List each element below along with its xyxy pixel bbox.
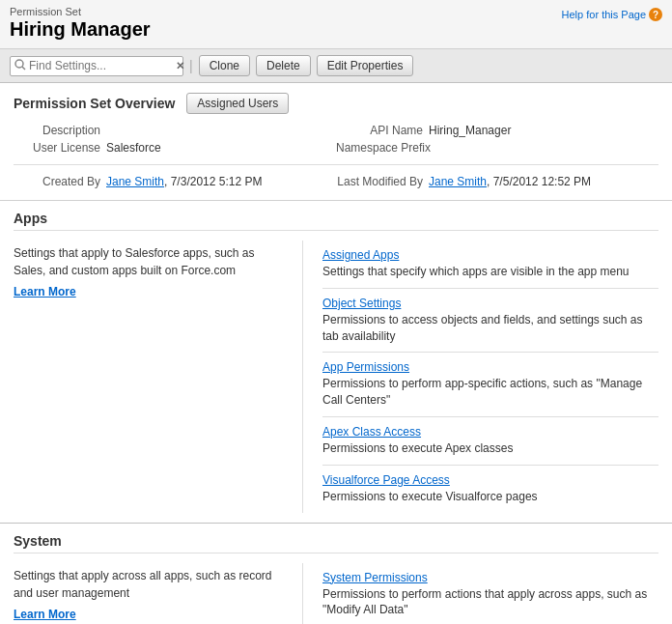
apps-link-title[interactable]: Apex Class Access bbox=[322, 425, 658, 439]
system-link-item: System Permissions Permissions to perfor… bbox=[322, 563, 658, 624]
apps-link-item: Assigned Apps Settings that specify whic… bbox=[322, 241, 658, 289]
overview-lastmodified-row: Last Modified By Jane Smith, 7/5/2012 12… bbox=[336, 175, 658, 188]
overview-divider bbox=[14, 164, 658, 165]
toolbar: ✕ | Clone Delete Edit Properties bbox=[0, 49, 672, 83]
page-header: Permission Set Hiring Manager Help for t… bbox=[0, 0, 672, 49]
apps-left-text: Settings that apply to Salesforce apps, … bbox=[14, 244, 283, 279]
apps-link-desc: Permissions to execute Visualforce pages bbox=[322, 489, 658, 505]
overview-createdby-row: Created By Jane Smith, 7/3/2012 5:12 PM bbox=[14, 175, 336, 188]
apps-link-item: Apex Class Access Permissions to execute… bbox=[322, 417, 658, 466]
search-input[interactable] bbox=[29, 59, 174, 72]
system-link-desc: Permissions to perform actions that appl… bbox=[322, 586, 658, 619]
overview-section: Permission Set Overview Assigned Users D… bbox=[0, 83, 672, 201]
search-wrapper: ✕ bbox=[10, 56, 183, 76]
lastmodified-label: Last Modified By bbox=[336, 175, 423, 188]
apps-link-desc: Permissions to execute Apex classes bbox=[322, 440, 658, 457]
apps-link-item: Object Settings Permissions to access ob… bbox=[322, 289, 658, 354]
search-icon bbox=[14, 59, 26, 73]
apps-section-left: Settings that apply to Salesforce apps, … bbox=[14, 241, 303, 513]
overview-title: Permission Set Overview bbox=[14, 96, 175, 111]
system-learn-more-link[interactable]: Learn More bbox=[14, 608, 76, 621]
apps-section: Apps Settings that apply to Salesforce a… bbox=[0, 201, 672, 524]
system-link-title[interactable]: System Permissions bbox=[322, 571, 658, 584]
apps-link-title[interactable]: Assigned Apps bbox=[322, 248, 658, 262]
delete-button[interactable]: Delete bbox=[256, 55, 311, 76]
apps-section-right: Assigned Apps Settings that specify whic… bbox=[303, 241, 658, 513]
page-title: Hiring Manager bbox=[10, 18, 662, 41]
system-links-container: System Permissions Permissions to perfor… bbox=[322, 563, 658, 624]
apiname-label: API Name bbox=[336, 124, 423, 137]
assigned-users-button[interactable]: Assigned Users bbox=[186, 93, 289, 114]
apps-link-title[interactable]: Object Settings bbox=[322, 297, 658, 310]
system-section-left: Settings that apply across all apps, suc… bbox=[14, 563, 303, 624]
userlicense-value: Salesforce bbox=[106, 141, 161, 155]
apps-link-item: App Permissions Permissions to perform a… bbox=[322, 353, 658, 417]
apps-link-desc: Permissions to access objects and fields… bbox=[322, 312, 658, 345]
system-section: System Settings that apply across all ap… bbox=[0, 524, 672, 624]
search-clear-icon[interactable]: ✕ bbox=[174, 60, 186, 72]
namespace-label: Namespace Prefix bbox=[336, 141, 431, 155]
toolbar-divider: | bbox=[189, 58, 193, 73]
userlicense-label: User License bbox=[14, 141, 100, 155]
overview-description-row: Description bbox=[14, 124, 336, 137]
description-label: Description bbox=[14, 124, 100, 137]
apps-section-title: Apps bbox=[14, 211, 658, 231]
apiname-value: Hiring_Manager bbox=[429, 124, 511, 137]
lastmodified-value: Jane Smith, 7/5/2012 12:52 PM bbox=[429, 175, 591, 188]
apps-links-container: Assigned Apps Settings that specify whic… bbox=[322, 241, 658, 513]
apps-link-desc: Permissions to perform app-specific acti… bbox=[322, 376, 658, 409]
createdby-label: Created By bbox=[14, 175, 100, 188]
createdby-value: Jane Smith, 7/3/2012 5:12 PM bbox=[106, 175, 262, 188]
lastmodified-date: , 7/5/2012 12:52 PM bbox=[487, 175, 591, 188]
apps-link-desc: Settings that specify which apps are vis… bbox=[322, 264, 658, 280]
help-icon: ? bbox=[649, 8, 662, 21]
main-content: Permission Set Overview Assigned Users D… bbox=[0, 83, 672, 624]
apps-link-item: Visualforce Page Access Permissions to e… bbox=[322, 466, 658, 513]
apps-link-title[interactable]: Visualforce Page Access bbox=[322, 473, 658, 487]
overview-userlicense-row: User License Salesforce bbox=[14, 141, 336, 155]
overview-header: Permission Set Overview Assigned Users bbox=[14, 93, 658, 114]
svg-line-1 bbox=[22, 67, 25, 70]
clone-button[interactable]: Clone bbox=[199, 55, 250, 76]
help-link[interactable]: Help for this Page ? bbox=[562, 8, 662, 21]
system-section-body: Settings that apply across all apps, suc… bbox=[14, 563, 658, 624]
overview-namespace-row: Namespace Prefix bbox=[336, 141, 658, 155]
overview-apiname-row: API Name Hiring_Manager bbox=[336, 124, 658, 137]
createdby-link[interactable]: Jane Smith bbox=[106, 175, 164, 188]
apps-learn-more-link[interactable]: Learn More bbox=[14, 285, 76, 298]
lastmodified-link[interactable]: Jane Smith bbox=[429, 175, 487, 188]
svg-point-0 bbox=[15, 60, 23, 68]
system-section-right: System Permissions Permissions to perfor… bbox=[303, 563, 658, 624]
edit-properties-button[interactable]: Edit Properties bbox=[317, 55, 414, 76]
system-section-title: System bbox=[14, 533, 658, 553]
overview-grid: Description API Name Hiring_Manager User… bbox=[14, 124, 658, 188]
apps-section-body: Settings that apply to Salesforce apps, … bbox=[14, 241, 658, 513]
system-left-text: Settings that apply across all apps, suc… bbox=[14, 567, 283, 602]
apps-link-title[interactable]: App Permissions bbox=[322, 360, 658, 374]
help-link-text: Help for this Page bbox=[562, 9, 646, 20]
createdby-date: , 7/3/2012 5:12 PM bbox=[164, 175, 262, 188]
